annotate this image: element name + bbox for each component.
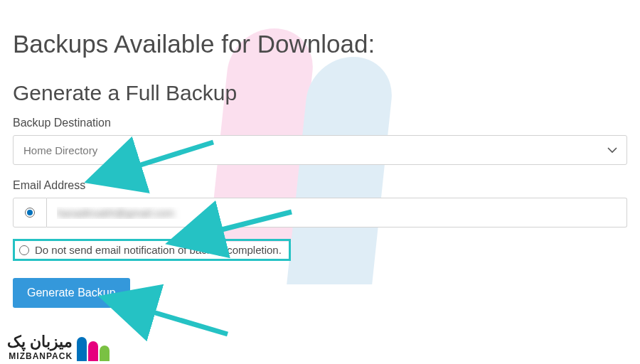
email-address-label: Email Address — [13, 179, 627, 192]
backup-destination-label: Backup Destination — [13, 117, 627, 129]
email-row — [13, 198, 627, 228]
email-input[interactable] — [47, 198, 627, 228]
backup-destination-wrap: Home Directory — [13, 135, 627, 165]
brand-mark-icon — [77, 337, 110, 361]
page-title: Backups Available for Download: — [13, 30, 627, 58]
brand-name-fa: میزبان پک — [7, 333, 73, 351]
no-email-option[interactable]: Do not send email notification of backup… — [13, 239, 291, 261]
generate-backup-button[interactable]: Generate Backup — [13, 278, 130, 308]
arrow-icon — [146, 310, 228, 334]
no-email-label: Do not send email notification of backup… — [35, 244, 282, 256]
no-email-radio[interactable] — [19, 245, 29, 255]
email-send-radio[interactable] — [25, 208, 35, 218]
brand-name-en: MIZBANPACK — [9, 351, 73, 361]
brand-logo: میزبان پک MIZBANPACK — [7, 333, 110, 361]
section-title: Generate a Full Backup — [13, 81, 627, 105]
backup-destination-select[interactable]: Home Directory — [13, 135, 627, 165]
main-content: Backups Available for Download: Generate… — [0, 0, 640, 308]
email-send-radio-cell — [13, 198, 47, 228]
